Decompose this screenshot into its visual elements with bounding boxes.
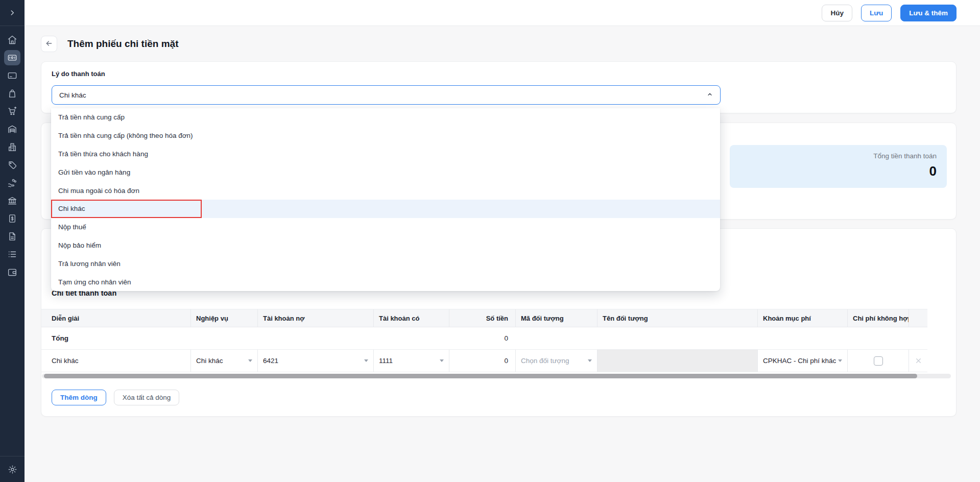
horizontal-scrollbar-thumb[interactable] — [44, 374, 917, 378]
sidebar-item-loans[interactable] — [0, 174, 25, 191]
sidebar-item-card[interactable] — [0, 66, 25, 84]
dropdown-option[interactable]: Trả tiền nhà cung cấp (không theo hóa đơ… — [51, 127, 720, 145]
sidebar-item-wallet[interactable] — [0, 263, 25, 281]
col-so-tien: Số tiền — [449, 309, 515, 327]
ma-doi-tuong-placeholder: Chọn đối tượng — [521, 357, 569, 365]
tai-khoan-co-value: 1111 — [379, 357, 393, 365]
sidebar-item-pricing[interactable] — [0, 156, 25, 174]
col-actions — [909, 309, 927, 327]
payment-reason-card: Lý do thanh toán Chi khác — [41, 61, 957, 113]
document-icon — [7, 231, 17, 242]
cell-so-tien-input[interactable]: 0 — [449, 350, 515, 372]
payment-reason-dropdown: Trả tiền nhà cung cấp Trả tiền nhà cung … — [51, 108, 720, 291]
cell-ma-doi-tuong-select[interactable]: Chọn đối tượng — [515, 350, 597, 372]
price-tag-icon — [7, 160, 17, 170]
total-payment-panel: Tổng tiền thanh toán 0 — [730, 145, 947, 188]
sidebar-item-invoices[interactable] — [0, 209, 25, 227]
topbar: Hủy Lưu Lưu & thêm — [25, 0, 980, 26]
total-row-label: Tổng — [41, 327, 190, 349]
dropdown-option[interactable]: Trả lương nhân viên — [51, 254, 720, 273]
dropdown-option[interactable]: Trả tiền thừa cho khách hàng — [51, 145, 720, 163]
col-tai-khoan-co: Tài khoản có — [373, 309, 449, 327]
delete-all-rows-button[interactable]: Xóa tất cả dòng — [114, 390, 180, 405]
sidebar-item-lists[interactable] — [0, 245, 25, 263]
sidebar — [0, 0, 25, 482]
credit-card-icon — [7, 70, 17, 81]
nghiep-vu-value: Chi khác — [196, 357, 223, 365]
dropdown-option[interactable]: Trả tiền nhà cung cấp — [51, 108, 720, 127]
page-title: Thêm phiếu chi tiền mặt — [67, 38, 178, 50]
col-tai-khoan-no: Tài khoản nợ — [257, 309, 373, 327]
cell-row-actions — [909, 350, 927, 372]
invoice-icon — [7, 213, 17, 224]
table-total-row: Tổng 0 — [41, 327, 927, 350]
app-root: Hủy Lưu Lưu & thêm Thêm phiếu chi tiền m… — [0, 0, 980, 482]
payment-details-table: Diễn giải Nghiệp vụ Tài khoản nợ Tài kho… — [41, 309, 927, 372]
add-row-button[interactable]: Thêm dòng — [52, 390, 106, 405]
col-dien-giai: Diễn giải — [41, 309, 190, 327]
cell-khoan-muc-phi-select[interactable]: CPKHAC - Chi phí khác — [757, 350, 847, 372]
sidebar-settings-button[interactable] — [0, 456, 25, 482]
col-khoan-muc-phi: Khoản mục phí — [757, 309, 847, 327]
sidebar-icon-list — [0, 26, 25, 281]
home-icon — [7, 35, 17, 45]
chevron-up-icon — [707, 91, 713, 99]
back-button[interactable] — [41, 36, 57, 52]
total-row-amount: 0 — [449, 327, 515, 349]
cell-dien-giai-input[interactable]: Chi khác — [41, 350, 190, 372]
khoan-muc-phi-value: CPKHAC - Chi phí khác — [763, 357, 836, 365]
dropdown-option-selected[interactable]: Chi khác — [51, 200, 720, 218]
sidebar-item-documents[interactable] — [0, 227, 25, 245]
table-header-row: Diễn giải Nghiệp vụ Tài khoản nợ Tài kho… — [41, 309, 927, 327]
sidebar-item-cash[interactable] — [0, 49, 25, 66]
horizontal-scrollbar-track[interactable] — [42, 374, 951, 378]
cell-tai-khoan-co-select[interactable]: 1111 — [373, 350, 449, 372]
save-and-add-button[interactable]: Lưu & thêm — [900, 5, 957, 21]
dropdown-option[interactable]: Chi mua ngoài có hóa đơn — [51, 181, 720, 200]
table-row: Chi khác Chi khác 6421 1111 0 Chọn đối t… — [41, 350, 927, 372]
sidebar-expand-button[interactable] — [0, 0, 25, 26]
dropdown-option-label: Chi khác — [58, 205, 85, 212]
col-nghiep-vu: Nghiệp vụ — [190, 309, 257, 327]
total-payment-value: 0 — [929, 163, 937, 179]
sidebar-item-bank[interactable] — [0, 191, 25, 209]
dropdown-option[interactable]: Gửi tiền vào ngân hàng — [51, 163, 720, 181]
shopping-bag-icon — [7, 88, 17, 99]
chevron-down-icon — [588, 359, 592, 362]
dropdown-option[interactable]: Nộp bảo hiểm — [51, 236, 720, 255]
cell-tai-khoan-no-select[interactable]: 6421 — [257, 350, 373, 372]
cell-chi-phi-checkbox-wrap — [847, 350, 909, 372]
chevron-down-icon — [364, 359, 368, 362]
sidebar-item-company[interactable] — [0, 138, 25, 156]
cash-register-icon — [4, 50, 20, 65]
list-icon — [7, 249, 17, 259]
chi-phi-khong-hop-le-checkbox[interactable] — [874, 356, 883, 366]
save-button[interactable]: Lưu — [861, 5, 892, 21]
col-ten-doi-tuong: Tên đối tượng — [597, 309, 757, 327]
arrow-left-icon — [45, 39, 53, 49]
cell-nghiep-vu-select[interactable]: Chi khác — [190, 350, 257, 372]
payment-reason-value: Chi khác — [59, 91, 86, 99]
sidebar-item-warehouse[interactable] — [0, 120, 25, 138]
office-building-icon — [7, 142, 17, 152]
dropdown-option[interactable]: Tạm ứng cho nhân viên — [51, 273, 720, 291]
bank-icon — [7, 196, 17, 206]
cancel-button[interactable]: Hủy — [822, 5, 852, 21]
sidebar-item-purchases[interactable] — [0, 84, 25, 102]
tai-khoan-no-value: 6421 — [263, 357, 278, 365]
sidebar-item-home[interactable] — [0, 31, 25, 49]
col-chi-phi-khong-hop-le: Chi phí không hợp — [847, 309, 909, 327]
chevron-right-icon — [9, 9, 16, 16]
payment-reason-label: Lý do thanh toán — [52, 70, 105, 78]
delete-row-icon[interactable] — [915, 357, 922, 365]
payment-reason-select[interactable]: Chi khác — [52, 85, 721, 105]
shopping-cart-icon — [7, 106, 17, 116]
col-ma-doi-tuong: Mã đối tượng — [515, 309, 597, 327]
sidebar-item-sales[interactable] — [0, 102, 25, 120]
dropdown-option[interactable]: Nộp thuế — [51, 218, 720, 236]
cell-ten-doi-tuong-readonly — [597, 350, 757, 372]
chevron-down-icon — [440, 359, 444, 362]
chevron-down-icon — [838, 359, 842, 362]
chevron-down-icon — [248, 359, 252, 362]
total-payment-label: Tổng tiền thanh toán — [873, 152, 937, 160]
